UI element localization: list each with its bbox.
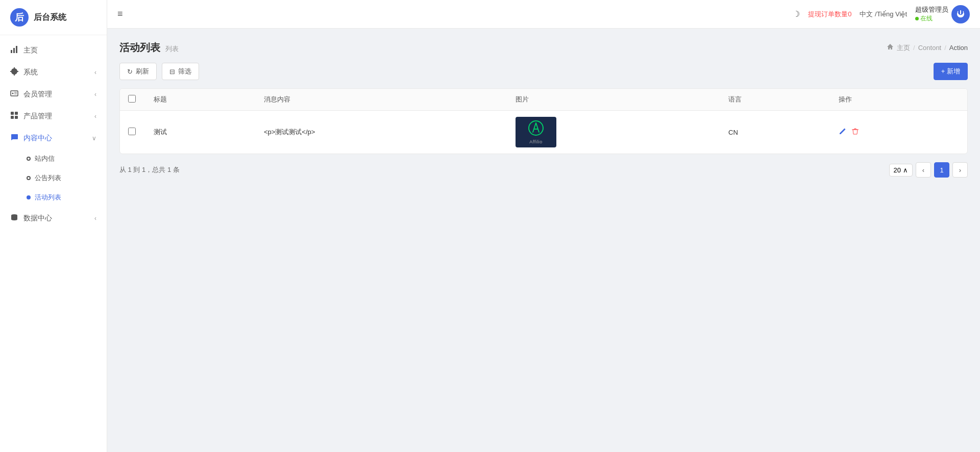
prev-page-button[interactable]: ‹ <box>916 162 931 178</box>
breadcrumb-icon <box>887 43 894 52</box>
topbar-alert[interactable]: 提现订单数量0 <box>808 10 851 19</box>
sidebar-item-content[interactable]: 内容中心 ∨ <box>0 127 107 149</box>
avatar[interactable] <box>951 5 970 23</box>
menu-toggle-icon[interactable]: ≡ <box>117 9 123 19</box>
main-area: ≡ ☽ 提现订单数量0 中文 /Tiếng Việt 超级管理员 在线 <box>107 0 980 452</box>
row-title: 测试 <box>145 111 256 154</box>
activity-list-label: 活动列表 <box>35 193 61 202</box>
sidebar-item-data[interactable]: 数据中心 ‹ <box>0 207 107 229</box>
sidebar-item-system-label: 系统 <box>23 68 38 77</box>
action-icons <box>839 128 959 137</box>
th-checkbox <box>120 89 145 111</box>
svg-rect-11 <box>11 116 14 119</box>
refresh-button[interactable]: ↻ 刷新 <box>119 63 157 80</box>
topbar-user[interactable]: 超级管理员 在线 <box>915 5 970 23</box>
sidebar-item-products[interactable]: 产品管理 ‹ <box>0 105 107 127</box>
power-icon <box>955 9 966 19</box>
dot-icon <box>27 157 31 161</box>
chevron-right-icon3: ‹ <box>94 113 96 120</box>
dot-icon3 <box>27 195 31 199</box>
sidebar-item-station-msg[interactable]: 站内信 <box>0 149 107 168</box>
table-container: 标题 消息内容 图片 语言 操作 <box>119 88 968 154</box>
svg-rect-2 <box>11 50 12 53</box>
th-action: 操作 <box>830 89 967 111</box>
content-subnav: 站内信 公告列表 活动列表 <box>0 149 107 207</box>
new-label: + 新增 <box>941 67 960 76</box>
breadcrumb-middle[interactable]: Contont <box>918 44 942 52</box>
pagination-controls: 20 ∧ ‹ 1 › <box>889 162 968 178</box>
chevron-right-icon2: ‹ <box>94 91 96 98</box>
table-row: 测试 <p>测试测试</p> <box>120 111 967 154</box>
row-actions <box>830 111 967 154</box>
row-image: Affilio <box>507 111 720 154</box>
topbar-language[interactable]: 中文 /Tiếng Việt <box>860 10 907 19</box>
sidebar-item-activity-list[interactable]: 活动列表 <box>0 188 107 207</box>
sidebar-item-products-label: 产品管理 <box>23 112 52 121</box>
app-title: 后台系统 <box>34 12 66 23</box>
breadcrumb-current: Action <box>949 44 968 52</box>
page-header: 活动列表 列表 主页 / Contont / Action <box>119 41 968 55</box>
row-checkbox-cell <box>120 111 145 154</box>
row-language: CN <box>720 111 830 154</box>
topbar-status: 在线 <box>915 14 948 23</box>
topbar: ≡ ☽ 提现订单数量0 中文 /Tiếng Việt 超级管理员 在线 <box>107 0 980 29</box>
sidebar-item-home-label: 主页 <box>23 46 38 55</box>
dot-icon2 <box>27 176 31 180</box>
svg-rect-9 <box>11 112 14 115</box>
topbar-username: 超级管理员 <box>915 5 948 14</box>
id-card-icon <box>10 89 18 99</box>
page-size-select[interactable]: 20 ∧ <box>889 164 913 177</box>
sidebar-item-announcements[interactable]: 公告列表 <box>0 168 107 188</box>
sidebar: 后 后台系统 主页 系统 ‹ 会员管理 ‹ <box>0 0 107 452</box>
dark-mode-icon[interactable]: ☽ <box>793 9 800 19</box>
th-title: 标题 <box>145 89 256 111</box>
gear-icon <box>10 67 18 77</box>
row-content: <p>测试测试</p> <box>256 111 507 154</box>
page-title: 活动列表 <box>119 41 160 55</box>
breadcrumb-home[interactable]: 主页 <box>897 43 910 53</box>
sidebar-item-content-label: 内容中心 <box>23 134 52 143</box>
delete-icon[interactable] <box>851 128 859 137</box>
sidebar-nav: 主页 系统 ‹ 会员管理 ‹ 产品管理 ‹ <box>0 35 107 452</box>
content-area: 活动列表 列表 主页 / Contont / Action ↻ 刷新 <box>107 29 980 452</box>
sidebar-logo: 后 后台系统 <box>0 0 107 35</box>
table-header-row: 标题 消息内容 图片 语言 操作 <box>120 89 967 111</box>
affilio-svg <box>523 120 549 138</box>
chevron-down-icon: ∨ <box>92 135 96 142</box>
sidebar-item-system[interactable]: 系统 ‹ <box>0 61 107 83</box>
filter-button[interactable]: ⊟ 筛选 <box>162 63 199 80</box>
database-icon <box>10 213 18 223</box>
bar-chart-icon <box>10 45 18 55</box>
affilio-text: Affilio <box>529 139 542 144</box>
activity-table: 标题 消息内容 图片 语言 操作 <box>120 89 967 154</box>
th-image: 图片 <box>507 89 720 111</box>
sidebar-item-members-label: 会员管理 <box>23 90 52 99</box>
topbar-status-label: 在线 <box>920 14 933 23</box>
new-button[interactable]: + 新增 <box>934 63 968 80</box>
row-checkbox[interactable] <box>128 128 136 135</box>
breadcrumb: 主页 / Contont / Action <box>887 43 968 53</box>
select-all-checkbox[interactable] <box>128 95 136 103</box>
filter-icon: ⊟ <box>169 68 175 76</box>
status-online-dot <box>915 17 919 20</box>
svg-rect-10 <box>15 112 18 115</box>
toolbar: ↻ 刷新 ⊟ 筛选 + 新增 <box>119 63 968 80</box>
edit-icon[interactable] <box>839 128 846 137</box>
page-size-value: 20 <box>894 166 901 174</box>
chevron-right-icon4: ‹ <box>94 215 96 222</box>
grid-icon <box>10 111 18 121</box>
th-content: 消息内容 <box>256 89 507 111</box>
page-1-button[interactable]: 1 <box>934 162 949 178</box>
svg-point-6 <box>12 93 14 94</box>
svg-rect-5 <box>11 91 18 96</box>
chevron-right-icon: ‹ <box>94 69 96 76</box>
sidebar-item-home[interactable]: 主页 <box>0 39 107 61</box>
pagination-info: 从 1 到 1，总共 1 条 <box>119 165 180 174</box>
sidebar-item-members[interactable]: 会员管理 ‹ <box>0 83 107 105</box>
refresh-label: 刷新 <box>136 67 149 76</box>
affilio-logo-image: Affilio <box>516 117 556 147</box>
next-page-button[interactable]: › <box>952 162 968 178</box>
svg-text:后: 后 <box>14 12 24 22</box>
breadcrumb-sep1: / <box>913 44 915 52</box>
toolbar-left: ↻ 刷新 ⊟ 筛选 <box>119 63 199 80</box>
